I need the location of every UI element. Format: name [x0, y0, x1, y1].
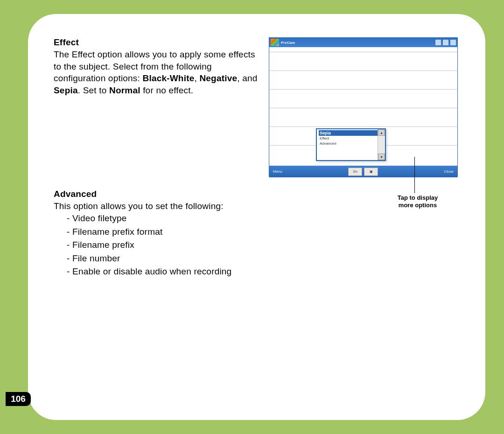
advanced-item-2: - Filename prefix: [54, 238, 261, 252]
tap-indicator-line: [414, 157, 415, 193]
hrule: [269, 126, 457, 127]
effect-sep3: . Set to: [78, 85, 109, 95]
bottombar-left-label[interactable]: Menu: [273, 169, 282, 174]
bottombar-center: En ▣: [348, 168, 378, 176]
options-popup[interactable]: Sepia Effect Advanced ▲ ▼: [316, 128, 386, 161]
lang-button[interactable]: En: [348, 168, 362, 176]
hrule: [269, 108, 457, 108]
device-screenshot: PreCam Sepia: [269, 37, 458, 177]
speaker-icon: [443, 40, 448, 45]
effect-heading: Effect: [54, 37, 261, 48]
topbar-icons: [435, 40, 456, 45]
bottombar-right-label[interactable]: Close: [444, 169, 454, 174]
tap-caption-line2: more options: [399, 202, 437, 209]
close-icon[interactable]: [450, 40, 456, 45]
effect-sep1: ,: [194, 73, 199, 83]
device-bottombar: Menu En ▣ Close: [269, 166, 457, 177]
effect-body-post: for no effect.: [140, 85, 194, 95]
advanced-item-0: - Video filetype: [54, 212, 261, 225]
popup-selected-item[interactable]: Sepia: [319, 130, 383, 136]
right-column: PreCam Sepia: [266, 37, 460, 279]
page-container: Effect The Effect option allows you to a…: [28, 14, 485, 420]
hrule: [269, 70, 457, 71]
effect-body: The Effect option allows you to apply so…: [54, 49, 261, 97]
advanced-intro: This option allows you to set the follow…: [54, 200, 261, 212]
popup-inner: Sepia Effect Advanced: [317, 129, 385, 147]
hrule: [269, 52, 457, 52]
effect-opt-blackwhite: Black-White: [143, 73, 195, 83]
popup-scrollbar[interactable]: ▲ ▼: [378, 129, 385, 160]
tap-caption: Tap to display more options: [392, 194, 443, 209]
effect-sep2: , and: [237, 73, 257, 83]
text-column: Effect The Effect option allows you to a…: [54, 37, 261, 279]
tap-caption-line1: Tap to display: [398, 194, 438, 201]
scroll-down-icon[interactable]: ▼: [378, 154, 385, 160]
advanced-item-4: - Enable or disable audio when recording: [54, 265, 261, 279]
popup-item[interactable]: Effect: [319, 136, 383, 141]
scroll-up-icon[interactable]: ▲: [378, 129, 385, 136]
effect-opt-normal: Normal: [109, 85, 140, 95]
page-number: 106: [6, 392, 31, 406]
content-wrapper: Effect The Effect option allows you to a…: [54, 37, 460, 279]
keyboard-button[interactable]: ▣: [364, 168, 378, 176]
advanced-heading: Advanced: [54, 189, 261, 199]
topbar-title: PreCam: [281, 41, 295, 45]
advanced-item-1: - Filename prefix format: [54, 225, 261, 239]
signal-icon: [435, 40, 441, 45]
device-content-area: Sepia Effect Advanced ▲ ▼: [269, 47, 457, 166]
advanced-item-3: - File number: [54, 252, 261, 266]
effect-opt-negative: Negative: [199, 73, 237, 83]
windows-logo-icon: [271, 39, 279, 46]
spacer: [54, 97, 261, 189]
hrule: [269, 89, 457, 90]
device-topbar: PreCam: [269, 38, 457, 47]
effect-opt-sepia: Sepia: [54, 85, 78, 95]
popup-item[interactable]: Advanced: [319, 141, 383, 146]
